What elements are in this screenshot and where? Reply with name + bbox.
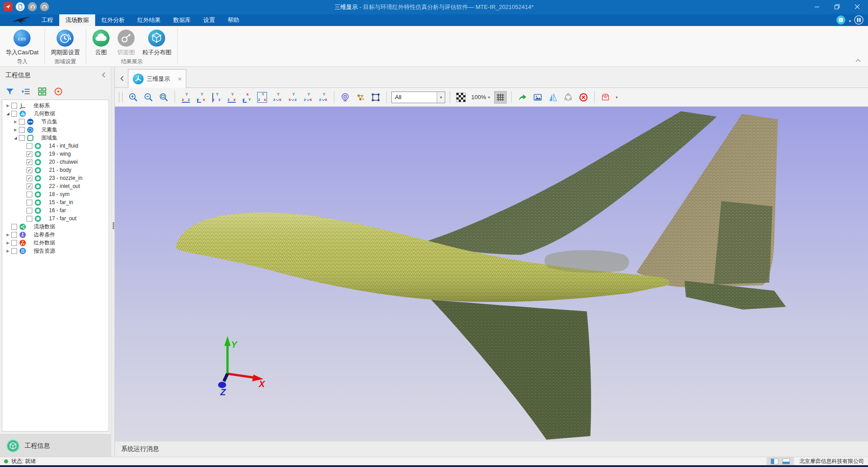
- tree-item[interactable]: ✓23 - nozzle_in: [2, 174, 109, 182]
- tree-expand-icon[interactable]: ▶: [12, 128, 19, 132]
- view-iso-back-button[interactable]: Yxz: [286, 91, 299, 104]
- menu-help[interactable]: 帮助: [221, 14, 245, 26]
- view-iso-left-button[interactable]: Yzx: [302, 91, 314, 104]
- menu-infrared-analysis[interactable]: 红外分析: [95, 14, 131, 26]
- tab-3d-display[interactable]: 三维显示 ×: [128, 69, 186, 88]
- tree-checkbox[interactable]: ✓: [26, 175, 32, 181]
- tree-expand-icon[interactable]: ▶: [12, 120, 19, 124]
- tree-checkbox[interactable]: ✓: [26, 167, 32, 173]
- tree-item[interactable]: 17 - far_out: [2, 214, 109, 223]
- view-right-button[interactable]: Yzx: [225, 91, 238, 104]
- zoom-in-button[interactable]: [127, 91, 140, 104]
- tree-item[interactable]: 15 - far_in: [2, 198, 109, 206]
- tree-expand-icon[interactable]: ▶: [4, 233, 11, 237]
- mirror-button[interactable]: [547, 91, 559, 104]
- tree-checkbox[interactable]: ✓: [26, 151, 32, 157]
- tree-checkbox[interactable]: [26, 208, 32, 214]
- tree-item[interactable]: ✓21 - body: [2, 166, 109, 174]
- tree-item[interactable]: ✓22 - inlet_out: [2, 182, 109, 190]
- box-select-button[interactable]: [369, 91, 382, 104]
- particle-distribution-plot-button[interactable]: 粒子分布图: [139, 29, 175, 57]
- undo-button[interactable]: [28, 2, 37, 11]
- particle-view-button[interactable]: [354, 91, 367, 104]
- tree-item[interactable]: ▶坐标系: [2, 101, 109, 109]
- view-iso-right-button[interactable]: Yzx: [317, 91, 329, 104]
- panel-collapse-button[interactable]: [102, 72, 105, 79]
- zoom-out-button[interactable]: [142, 91, 155, 104]
- tree-expand-icon[interactable]: ▶: [4, 241, 11, 245]
- close-button[interactable]: [847, 0, 867, 13]
- tree-checkbox[interactable]: [11, 103, 17, 109]
- theme-menu-caret[interactable]: ▾: [849, 19, 851, 23]
- view-iso-front-button[interactable]: Yzx: [271, 91, 284, 104]
- tree-expand-icon[interactable]: ▶: [4, 249, 11, 253]
- redo-button[interactable]: [40, 2, 49, 11]
- view-bottom-button[interactable]: Yzx: [256, 91, 268, 104]
- menu-database[interactable]: 数据库: [167, 14, 197, 26]
- tree-checkbox[interactable]: [26, 216, 32, 222]
- theme-button[interactable]: [836, 15, 846, 26]
- tree-item[interactable]: ✓19 - wing: [2, 150, 109, 158]
- panel-splitter[interactable]: ●●●●: [111, 67, 115, 457]
- view-back-button[interactable]: Yzx: [195, 91, 207, 104]
- menu-project[interactable]: 工程: [35, 14, 59, 26]
- group-view-button[interactable]: [38, 87, 47, 96]
- menu-flow-field-data[interactable]: 流场数据: [59, 14, 95, 26]
- tab-scroll-left-button[interactable]: [116, 70, 128, 87]
- tree-checkbox[interactable]: [11, 224, 17, 230]
- tree-checkbox[interactable]: [11, 240, 17, 246]
- view-top-button[interactable]: xzY: [241, 91, 253, 104]
- layout-left-icon[interactable]: [771, 458, 778, 464]
- new-file-button[interactable]: [16, 2, 25, 11]
- tree-item[interactable]: ▶节点集: [2, 118, 109, 126]
- import-cas-dat-button[interactable]: cas导入Cas/Dat: [3, 29, 42, 57]
- periodic-face-setup-button[interactable]: 周期面设置: [48, 29, 83, 57]
- tree-expand-icon[interactable]: ◢: [4, 112, 11, 116]
- locate-button[interactable]: [54, 87, 63, 96]
- view-left-button[interactable]: Yxz: [210, 91, 223, 104]
- clear-scene-button[interactable]: [577, 91, 590, 104]
- transparency-button[interactable]: [455, 91, 467, 104]
- cloud-plot-button[interactable]: 云图: [89, 29, 113, 57]
- tree-item[interactable]: ▶报告资源: [2, 247, 109, 255]
- tree-checkbox[interactable]: [11, 248, 17, 254]
- zoom-fit-button[interactable]: [158, 91, 170, 104]
- toolbar-drag-handle[interactable]: [119, 92, 123, 103]
- tree-item[interactable]: 流场数据: [2, 223, 109, 231]
- tree-checkbox[interactable]: [26, 192, 32, 197]
- zoom-level-dropdown[interactable]: 100%▾: [470, 94, 491, 100]
- tree-item[interactable]: ◢几何数据: [2, 109, 109, 118]
- menu-settings[interactable]: 设置: [197, 14, 221, 26]
- menu-infrared-results[interactable]: 红外结果: [131, 14, 167, 26]
- tree-checkbox[interactable]: [11, 111, 17, 117]
- tree-expand-icon[interactable]: ◢: [12, 136, 19, 140]
- tree-item[interactable]: 18 - sym: [2, 190, 109, 198]
- orbit-button[interactable]: [562, 91, 574, 104]
- tree-item[interactable]: ▶元素集: [2, 126, 109, 134]
- panel-footer[interactable]: 工程信息: [0, 434, 111, 457]
- tree-item[interactable]: ✓20 - chuiwei: [2, 158, 109, 166]
- ribbon-collapse-button[interactable]: [855, 56, 861, 64]
- tree-item[interactable]: ◢面域集: [2, 134, 109, 142]
- tree-expand-icon[interactable]: ▶: [4, 104, 11, 108]
- tree-checkbox[interactable]: [26, 143, 32, 149]
- export-view-button[interactable]: [516, 91, 529, 104]
- tree-item[interactable]: ▶红外数据: [2, 239, 109, 247]
- filter-button[interactable]: [5, 87, 14, 96]
- archive-button[interactable]: [599, 91, 612, 104]
- tree-checkbox[interactable]: [19, 119, 25, 125]
- tab-close-icon[interactable]: ×: [178, 75, 182, 83]
- restore-button[interactable]: [827, 0, 847, 13]
- view-front-button[interactable]: Yxz: [180, 91, 192, 104]
- tree-checkbox[interactable]: [19, 127, 25, 133]
- mesh-toggle-button[interactable]: [494, 91, 507, 104]
- dropdown-arrow-icon[interactable]: ▾: [437, 92, 445, 103]
- tree-item[interactable]: 14 - int_fluid: [2, 142, 109, 150]
- minimize-button[interactable]: [807, 0, 827, 13]
- probe-button[interactable]: [339, 91, 351, 104]
- tree-item[interactable]: ▶边界条件: [2, 231, 109, 239]
- collapse-all-button[interactable]: [22, 87, 31, 96]
- tree-checkbox[interactable]: [26, 200, 32, 205]
- display-filter-select[interactable]: All▾: [391, 92, 445, 103]
- tree-checkbox[interactable]: ✓: [26, 159, 32, 165]
